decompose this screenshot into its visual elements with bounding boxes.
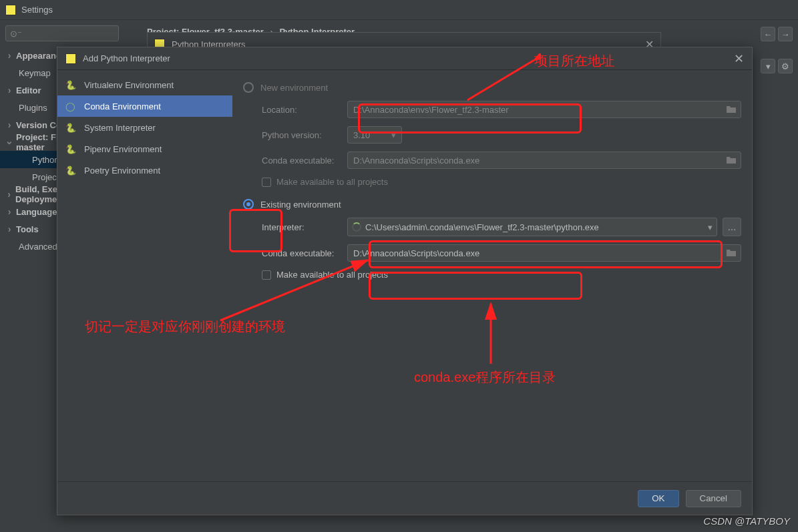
python-icon: 🐍 [65,80,79,90]
add-interpreter-dialog: Add Python Interpreter ✕ 🐍Virtualenv Env… [57,47,753,515]
python-icon: 🐍 [65,123,79,133]
browse-icon[interactable] [726,156,737,164]
conda-exec-input[interactable]: D:\Annaconda\Scripts\conda.exe [347,152,741,169]
interpreter-select[interactable]: C:\Users\admin\.conda\envs\Flower_tf2.3-… [347,218,717,236]
conda-exec-label-2: Conda executable: [243,248,347,258]
forward-button[interactable]: → [778,27,793,41]
conda-icon: ◯ [65,101,79,111]
conda-exec-label: Conda executable: [243,156,347,166]
loading-icon [352,222,361,232]
gear-icon[interactable]: ⚙ [778,59,793,73]
env-system[interactable]: 🐍System Interpreter [57,117,232,138]
radio-new-env[interactable] [243,82,254,93]
radio-existing-env[interactable] [243,199,254,210]
close-icon[interactable]: ✕ [734,51,744,66]
back-button[interactable]: ← [761,27,775,41]
browse-icon[interactable] [726,249,737,257]
settings-titlebar: Settings [0,0,798,20]
conda-exec-input-2[interactable]: D:\Annaconda\Scripts\conda.exe [347,244,741,262]
make-available-checkbox-1[interactable] [262,178,271,187]
env-virtualenv[interactable]: 🐍Virtualenv Environment [57,74,232,95]
cancel-button[interactable]: Cancel [686,490,742,507]
new-env-label: New environment [260,83,328,93]
pyver-label: Python version: [243,130,347,140]
env-conda[interactable]: ◯Conda Environment [57,95,232,117]
pycharm-icon [65,53,76,64]
settings-search-input[interactable]: ⊙⁻ [5,25,119,41]
pycharm-icon [5,5,16,15]
ok-button[interactable]: OK [638,490,678,507]
python-icon: 🐍 [65,144,79,154]
search-icon: ⊙⁻ [10,29,22,39]
location-input[interactable]: D:\Annaconda\envs\Flower_tf2.3-master [347,101,741,118]
make-available-label: Make available to all projects [276,177,388,187]
settings-title: Settings [21,5,53,15]
env-poetry[interactable]: 🐍Poetry Environment [57,160,232,181]
interpreter-label: Interpreter: [243,222,347,232]
browse-icon[interactable] [726,105,737,113]
make-available-checkbox-2[interactable] [262,270,271,280]
dropdown-chevron[interactable]: ▾ [761,59,775,73]
location-label: Location: [243,105,347,115]
python-icon: 🐍 [65,166,79,176]
env-type-list: 🐍Virtualenv Environment ◯Conda Environme… [57,70,232,481]
add-dialog-title: Add Python Interpreter [83,53,170,63]
browse-interpreter-button[interactable]: … [723,218,741,236]
make-available-label-2: Make available to all projects [276,270,388,280]
watermark: CSDN @TATYBOY [703,515,790,527]
pyver-select[interactable]: 3.10 [347,126,402,144]
existing-label: Existing environment [260,200,341,210]
env-pipenv[interactable]: 🐍Pipenv Environment [57,138,232,160]
